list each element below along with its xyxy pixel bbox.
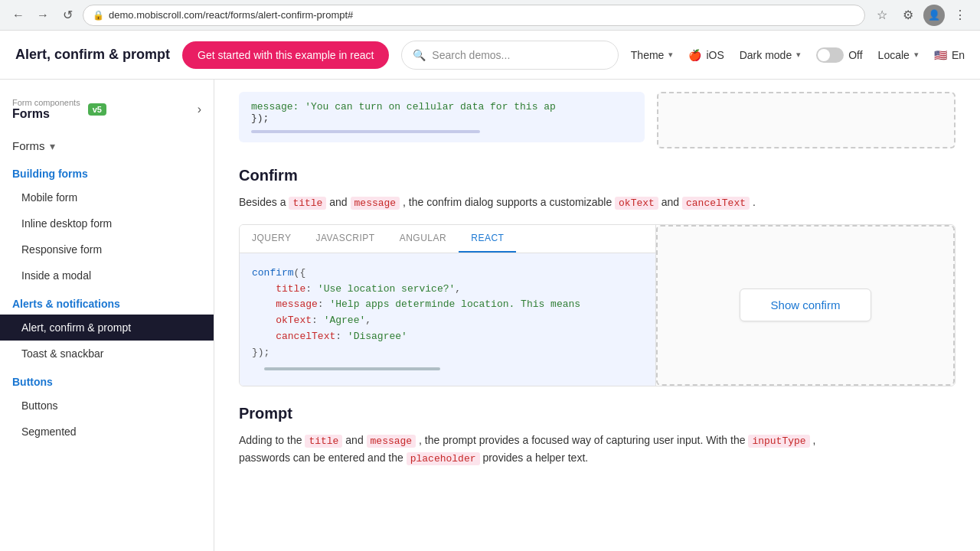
confirm-and2: and: [662, 196, 679, 208]
forms-label: Forms: [12, 139, 45, 152]
content-area: message: 'You can turn on cellular data …: [214, 80, 980, 551]
darkmode-chevron: ▾: [796, 50, 801, 60]
prompt-desc-final: provides a helper text.: [482, 452, 588, 464]
extensions-button[interactable]: ⚙: [897, 5, 919, 26]
forms-dropdown[interactable]: Forms ▾: [0, 133, 214, 158]
theme-control[interactable]: Theme ▾: [631, 49, 674, 61]
code-scrollbar-h: [264, 367, 440, 370]
bookmark-button[interactable]: ☆: [871, 5, 893, 26]
page-title: Alert, confirm & prompt: [15, 47, 170, 63]
tab-react[interactable]: REACT: [459, 225, 516, 253]
darkmode-toggle[interactable]: [816, 47, 844, 63]
confirm-desc-pre: Besides a: [239, 196, 286, 208]
confirm-oktext-code: okText: [615, 197, 658, 210]
prompt-description: Adding to the title and message , the pr…: [239, 432, 956, 468]
prompt-inputtype-code: inputType: [748, 435, 809, 448]
prompt-placeholder-code: placeholder: [407, 452, 480, 465]
darkmode-state: Off: [848, 49, 862, 61]
top-code-section: message: 'You can turn on cellular data …: [239, 92, 956, 148]
prompt-desc-mid2: ,: [813, 434, 816, 446]
sidebar-brand: Form components Forms v5 ›: [0, 92, 214, 133]
tabs-header: JQUERY JAVASCRIPT ANGULAR REACT: [240, 225, 655, 253]
sidebar-item-inline-desktop[interactable]: Inline desktop form: [0, 210, 214, 236]
address-bar[interactable]: 🔒 demo.mobiscroll.com/react/forms/alert-…: [83, 5, 865, 26]
reload-button[interactable]: ↺: [58, 6, 77, 24]
brand-title: Forms: [12, 107, 80, 121]
theme-value: iOS: [706, 49, 724, 61]
code-tabs-wrapper: JQUERY JAVASCRIPT ANGULAR REACT confirm(…: [239, 224, 956, 386]
cta-button[interactable]: Get started with this example in react: [182, 41, 389, 69]
lock-icon: 🔒: [93, 10, 104, 21]
locale-value: En: [952, 49, 965, 61]
alerts-header: Alerts & notifications: [0, 289, 214, 315]
sidebar-item-buttons[interactable]: Buttons: [0, 393, 214, 419]
confirm-description: Besides a title and message , the confri…: [239, 194, 956, 212]
preview-dashed: Show confirm: [656, 225, 955, 386]
confirm-section-title: Confirm: [239, 167, 956, 184]
search-placeholder: Search demos...: [432, 49, 510, 61]
forms-chevron: ▾: [50, 140, 55, 152]
confirm-and1: and: [329, 196, 347, 208]
sidebar-item-segmented[interactable]: Segmented: [0, 419, 214, 445]
prompt-message-code: message: [367, 435, 416, 448]
search-bar[interactable]: 🔍 Search demos...: [401, 41, 618, 70]
confirm-canceltext-code: cancelText: [682, 197, 750, 210]
prompt-desc-pre: Adding to the: [239, 434, 302, 446]
theme-label: Theme: [631, 49, 665, 61]
top-code-text: message: 'You can turn on cellular data …: [251, 101, 556, 112]
building-forms-header: Building forms: [0, 158, 214, 184]
darkmode-toggle-group: Off: [816, 47, 862, 63]
top-header: Alert, confirm & prompt Get started with…: [0, 31, 980, 80]
header-right: Theme ▾ 🍎 iOS Dark mode ▾ Off Locale ▾ 🇺…: [631, 47, 965, 63]
code-body: confirm({ title: 'Use location service?'…: [240, 253, 655, 386]
code-panel: JQUERY JAVASCRIPT ANGULAR REACT confirm(…: [240, 225, 656, 386]
menu-button[interactable]: ⋮: [949, 5, 971, 26]
sidebar-item-responsive-form[interactable]: Responsive form: [0, 236, 214, 262]
back-button[interactable]: ←: [9, 6, 28, 24]
locale-chevron: ▾: [914, 50, 919, 60]
version-badge: v5: [88, 103, 106, 116]
apple-icon: 🍎: [688, 49, 701, 61]
forward-button[interactable]: →: [34, 6, 52, 24]
top-code-block: message: 'You can turn on cellular data …: [239, 92, 645, 142]
confirm-desc-end: .: [753, 196, 756, 208]
flag-icon: 🇺🇸: [934, 49, 947, 61]
sidebar-item-mobile-form[interactable]: Mobile form: [0, 184, 214, 210]
sidebar: Form components Forms v5 › Forms ▾ Build…: [0, 80, 214, 551]
brand-text: Form components Forms: [12, 98, 80, 121]
tab-javascript[interactable]: JAVASCRIPT: [303, 225, 387, 253]
avatar: 👤: [923, 5, 945, 26]
url-text: demo.mobiscroll.com/react/forms/alert-co…: [109, 9, 353, 21]
expand-icon[interactable]: ›: [198, 103, 201, 116]
theme-value-group: 🍎 iOS: [688, 49, 724, 61]
theme-chevron: ▾: [668, 50, 673, 60]
prompt-title-code: title: [305, 435, 342, 448]
tab-jquery[interactable]: JQUERY: [240, 225, 303, 253]
buttons-header: Buttons: [0, 367, 214, 393]
darkmode-control[interactable]: Dark mode ▾: [740, 49, 801, 61]
code-scrollbar: [251, 130, 480, 133]
confirm-desc-mid: , the confrim dialog supports a customiz…: [403, 196, 612, 208]
show-confirm-button[interactable]: Show confirm: [740, 289, 872, 321]
locale-label: Locale: [878, 49, 910, 61]
tab-angular[interactable]: ANGULAR: [387, 225, 459, 253]
locale-control[interactable]: Locale ▾: [878, 49, 919, 61]
sidebar-item-alert-confirm[interactable]: Alert, confirm & prompt: [0, 315, 214, 341]
main-layout: Form components Forms v5 › Forms ▾ Build…: [0, 80, 980, 551]
prompt-desc-mid: , the prompt provides a focused way of c…: [419, 434, 745, 446]
confirm-message-code: message: [351, 197, 400, 210]
sidebar-item-toast[interactable]: Toast & snackbar: [0, 341, 214, 367]
prompt-desc-end: passwords can be entered and the: [239, 452, 403, 464]
browser-chrome: ← → ↺ 🔒 demo.mobiscroll.com/react/forms/…: [0, 0, 980, 31]
sidebar-item-inside-modal[interactable]: Inside a modal: [0, 262, 214, 289]
confirm-title-code: title: [289, 197, 326, 210]
top-code-closing: });: [251, 112, 269, 124]
darkmode-label: Dark mode: [740, 49, 792, 61]
brand-subtitle: Form components: [12, 98, 80, 107]
locale-value-group: 🇺🇸 En: [934, 49, 965, 61]
prompt-and: and: [345, 434, 363, 446]
browser-actions: ☆ ⚙ 👤 ⋮: [871, 5, 971, 26]
prompt-section-title: Prompt: [239, 405, 956, 422]
top-preview-panel: [657, 92, 956, 148]
search-icon: 🔍: [413, 49, 426, 61]
